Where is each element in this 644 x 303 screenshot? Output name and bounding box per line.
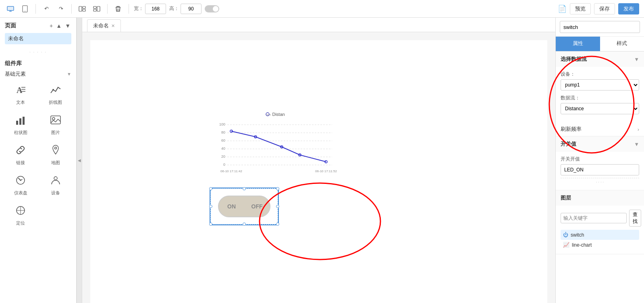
refresh-row[interactable]: 刷新频率 › xyxy=(556,122,644,136)
switch-pill[interactable]: ON OFF xyxy=(218,196,270,217)
refresh-label: 刷新频率 xyxy=(561,126,582,133)
stream-select[interactable]: Distance xyxy=(561,103,639,114)
svg-rect-16 xyxy=(23,117,25,125)
canvas-content[interactable]: — Distan 100 80 60 40 20 0 xyxy=(82,32,555,303)
width-input[interactable] xyxy=(145,4,166,14)
component-location[interactable]: 定位 xyxy=(5,202,37,229)
bar-chart-label: 柱状图 xyxy=(14,130,27,136)
layer-item-switch[interactable]: ⏻ switch xyxy=(561,230,639,240)
category-header-basic[interactable]: 基础元素 ▼ xyxy=(5,70,71,78)
component-search-input[interactable] xyxy=(560,21,640,33)
svg-rect-8 xyxy=(93,9,96,11)
map-label: 地图 xyxy=(51,160,60,166)
dashboard-icon xyxy=(15,175,26,189)
delete-btn[interactable] xyxy=(112,3,124,14)
switch-widget[interactable]: ON OFF xyxy=(210,188,278,225)
add-page-btn[interactable]: + xyxy=(49,22,54,30)
svg-text:06-10 17:11:42: 06-10 17:11:42 xyxy=(220,169,242,173)
layout-btn-1[interactable] xyxy=(77,3,88,14)
data-stream-header[interactable]: 选择数据流 ▼ xyxy=(556,52,644,67)
component-bar-chart[interactable]: 柱状图 xyxy=(5,112,37,138)
canvas-area: 未命名 ✕ — Distan 100 80 xyxy=(82,18,555,303)
svg-point-13 xyxy=(52,89,54,91)
svg-rect-15 xyxy=(19,118,21,125)
switch-on-btn[interactable]: ON xyxy=(219,196,244,216)
component-line-chart[interactable]: 折线图 xyxy=(40,82,72,108)
collapse-handle[interactable]: ◀ xyxy=(77,18,82,303)
map-icon xyxy=(50,144,61,159)
tablet-icon[interactable] xyxy=(19,3,31,14)
svg-rect-7 xyxy=(97,6,100,11)
stream-label: 数据流： xyxy=(561,95,639,101)
handle-tm[interactable] xyxy=(243,187,246,190)
svg-rect-14 xyxy=(16,121,18,125)
height-input[interactable] xyxy=(181,4,202,14)
layers-body: 查找 ⏻ switch 📈 line-chart xyxy=(556,206,644,254)
chart-widget[interactable]: — Distan 100 80 60 40 20 0 xyxy=(211,109,340,177)
layer-item-linechart[interactable]: 📈 line-chart xyxy=(561,240,639,250)
tab-properties[interactable]: 属性 xyxy=(556,37,600,51)
switch-inner: ON OFF xyxy=(211,189,278,224)
save-button[interactable]: 保存 xyxy=(594,3,615,14)
page-item-unnamed[interactable]: 未命名 xyxy=(5,33,71,44)
svg-point-19 xyxy=(54,147,56,149)
tab-close-btn[interactable]: ✕ xyxy=(111,23,115,29)
component-image[interactable]: 图片 xyxy=(40,112,72,138)
handle-br[interactable] xyxy=(276,223,279,226)
handle-bl[interactable] xyxy=(209,223,212,226)
text-icon: A xyxy=(15,84,26,98)
canvas-tabs: 未命名 ✕ xyxy=(82,18,555,32)
component-dashboard[interactable]: 仪表盘 xyxy=(5,172,37,198)
svg-rect-0 xyxy=(7,6,14,10)
right-panel-tabs: 属性 样式 xyxy=(556,37,644,52)
tab-style[interactable]: 样式 xyxy=(600,37,644,51)
publish-button[interactable]: 发布 xyxy=(618,3,639,14)
component-map[interactable]: 地图 xyxy=(40,142,72,168)
pages-header: 页面 + ▲ ▼ xyxy=(5,22,71,30)
component-device[interactable]: 设备 xyxy=(40,172,72,198)
svg-text:100: 100 xyxy=(219,122,225,126)
layer-search-input[interactable] xyxy=(561,213,627,223)
switch-value-body: 开关开值 · · · · xyxy=(556,152,644,190)
component-text[interactable]: A 文本 xyxy=(5,82,37,108)
switch-value-header[interactable]: 开关值 ▼ xyxy=(556,136,644,152)
monitor-icon[interactable] xyxy=(5,3,16,14)
pages-section: 页面 + ▲ ▼ 未命名 xyxy=(0,18,76,48)
handle-ml[interactable] xyxy=(209,205,212,208)
switch-on-value-input[interactable] xyxy=(561,164,639,175)
data-stream-toggle-icon: ▼ xyxy=(634,56,639,62)
handle-tl[interactable] xyxy=(209,187,212,190)
layer-find-btn[interactable]: 查找 xyxy=(629,210,641,227)
svg-text:20: 20 xyxy=(221,155,225,159)
layer-switch-label: switch xyxy=(571,232,584,238)
refresh-arrow-icon: › xyxy=(638,126,639,132)
layers-header[interactable]: 图层 xyxy=(556,190,644,206)
svg-rect-5 xyxy=(83,9,85,11)
preview-button[interactable]: 预览 xyxy=(570,3,591,14)
left-sidebar: 页面 + ▲ ▼ 未命名 · · · · · 组件库 基础元素 ▼ xyxy=(0,18,77,303)
link-label: 链接 xyxy=(16,160,25,166)
height-group: 高： xyxy=(169,4,202,14)
main-layout: 页面 + ▲ ▼ 未命名 · · · · · 组件库 基础元素 ▼ xyxy=(0,18,644,303)
svg-point-18 xyxy=(52,117,55,120)
handle-bm[interactable] xyxy=(243,223,246,226)
switch-value-title: 开关值 xyxy=(561,140,576,148)
device-select[interactable]: pump1 xyxy=(561,79,639,91)
move-up-btn[interactable]: ▲ xyxy=(55,22,62,30)
toggle-switch[interactable] xyxy=(205,5,219,12)
resize-handle[interactable]: · · · · · xyxy=(0,48,76,56)
canvas-tab-unnamed[interactable]: 未命名 ✕ xyxy=(87,19,121,32)
move-down-btn[interactable]: ▼ xyxy=(64,22,71,30)
handle-mr[interactable] xyxy=(276,205,279,208)
separator-1 xyxy=(35,4,36,14)
redo-btn[interactable]: ↷ xyxy=(55,3,66,14)
handle-tr[interactable] xyxy=(276,187,279,190)
device-label: 设备： xyxy=(561,71,639,78)
component-link[interactable]: 链接 xyxy=(5,142,37,168)
components-title: 组件库 xyxy=(5,60,71,67)
switch-off-btn[interactable]: OFF xyxy=(244,196,270,216)
undo-btn[interactable]: ↶ xyxy=(41,3,52,14)
toolbar: ↶ ↷ 宽： 高： 📄 预览 保存 xyxy=(0,0,644,18)
right-panel-search xyxy=(556,18,644,37)
layout-btn-2[interactable] xyxy=(91,3,102,14)
